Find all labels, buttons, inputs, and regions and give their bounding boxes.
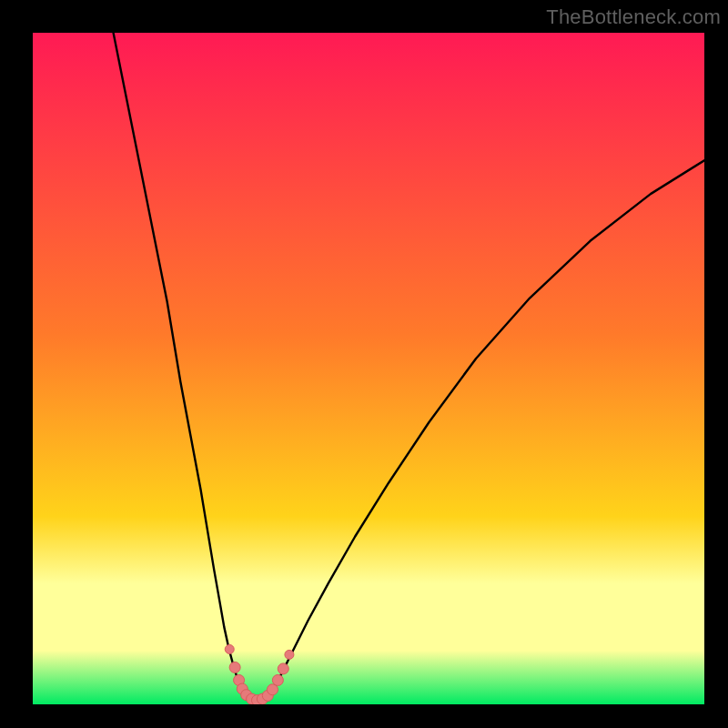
plot-area <box>33 33 704 704</box>
frame-border-bottom <box>0 704 728 728</box>
data-marker <box>272 674 283 685</box>
watermark-text: TheBottleneck.com <box>546 5 721 29</box>
data-marker <box>285 650 294 659</box>
data-marker <box>278 663 288 674</box>
data-marker <box>229 662 240 672</box>
data-marker <box>225 644 234 653</box>
bottleneck-curve-chart <box>33 33 704 704</box>
frame-border-right <box>704 0 728 728</box>
frame-border-left <box>0 0 33 728</box>
